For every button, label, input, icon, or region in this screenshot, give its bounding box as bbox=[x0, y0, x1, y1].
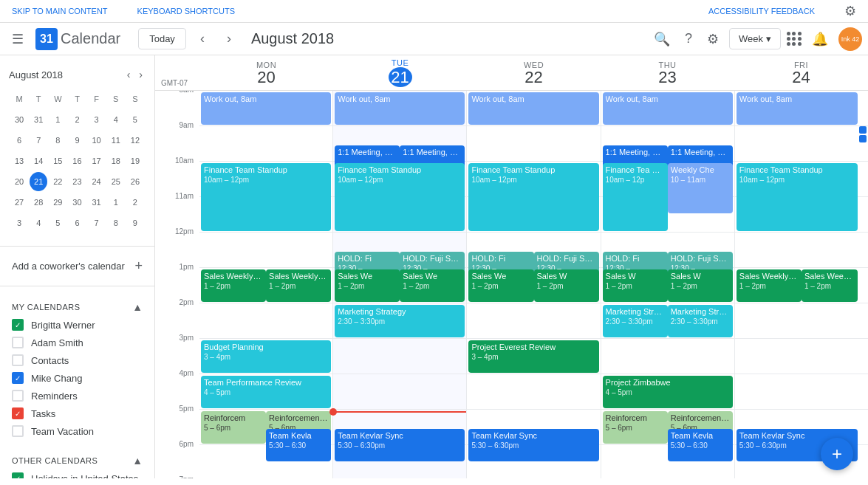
mini-cal-day[interactable]: 2 bbox=[126, 193, 144, 212]
mini-cal-day[interactable]: 8 bbox=[49, 131, 66, 150]
event-kevlar-wed[interactable]: Team Kevlar Sync 5:30 – 6:30pm bbox=[468, 429, 598, 461]
apps-menu[interactable] bbox=[787, 32, 802, 47]
calendar-checkbox-adam[interactable] bbox=[12, 337, 24, 348]
collapse-other-cals-icon[interactable]: ▲ bbox=[132, 455, 143, 467]
day-col-tue[interactable]: Work out, 8am 1:1 Meeting, 9:30a 1:1 Mee… bbox=[332, 91, 466, 478]
day-header-wed[interactable]: WED 22 bbox=[467, 55, 601, 90]
mini-cal-day[interactable]: 13 bbox=[10, 151, 28, 171]
event-kevlar-thu[interactable]: Team Kevla 5:30 – 6:30 bbox=[668, 429, 733, 461]
event-sales-thu-1[interactable]: Sales W 1 – 2pm bbox=[603, 269, 668, 302]
user-avatar[interactable]: Ink 42 bbox=[838, 27, 862, 51]
keyboard-link[interactable]: KEYBOARD SHORTCUTS bbox=[137, 7, 235, 16]
day-header-thu[interactable]: THU 23 bbox=[601, 55, 734, 90]
calendar-item-mike[interactable]: Mike Chang bbox=[0, 369, 154, 387]
calendar-item-brigitta[interactable]: Brigitta Werner bbox=[0, 316, 154, 334]
event-sales-thu-2[interactable]: Sales W 1 – 2pm bbox=[668, 269, 733, 302]
collapse-my-cals-icon[interactable]: ▲ bbox=[132, 301, 143, 313]
mini-cal-day[interactable]: 9 bbox=[68, 131, 86, 150]
mini-cal-day[interactable]: 8 bbox=[107, 213, 125, 233]
event-finance-thu[interactable]: Finance Tea Standup 10am – 12p bbox=[603, 163, 668, 231]
event-workout-fri[interactable]: Work out, 8am bbox=[737, 92, 858, 125]
prev-week-button[interactable]: ‹ bbox=[192, 29, 213, 49]
event-sales-fri-1[interactable]: Sales Weekly Kick 1 – 2pm bbox=[737, 269, 802, 302]
fab-button[interactable]: + bbox=[821, 438, 853, 470]
mini-cal-day[interactable]: 30 bbox=[68, 193, 86, 212]
event-kevlar-tue[interactable]: Team Kevlar Sync 5:30 – 6:30pm bbox=[335, 429, 465, 461]
event-reinforce-thu-1[interactable]: Reinforcem 5 – 6pm bbox=[603, 411, 668, 444]
mini-cal-prev[interactable]: ‹ bbox=[124, 67, 134, 82]
event-kevlar-mon[interactable]: Team Kevla 5:30 – 6:30 bbox=[266, 429, 331, 461]
menu-button[interactable]: ☰ bbox=[6, 25, 30, 53]
mini-cal-day[interactable]: 17 bbox=[88, 151, 106, 171]
event-budget-mon[interactable]: Budget Planning 3 – 4pm bbox=[201, 340, 331, 373]
today-button[interactable]: Today bbox=[138, 28, 186, 49]
event-sales-wed-1[interactable]: Sales We 1 – 2pm bbox=[468, 269, 533, 302]
mini-cal-day[interactable]: 11 bbox=[107, 131, 125, 150]
mini-cal-day[interactable]: 3 bbox=[88, 110, 106, 129]
search-icon[interactable]: 🔍 bbox=[649, 27, 674, 52]
event-marketing-thu-2[interactable]: Marketing Strateg 2:30 – 3:30pm bbox=[668, 305, 733, 337]
day-header-tue[interactable]: TUE 21 bbox=[333, 55, 467, 90]
calendar-checkbox-contacts[interactable] bbox=[12, 354, 24, 366]
mini-cal-day[interactable]: 1 bbox=[49, 110, 66, 129]
event-finance-wed[interactable]: Finance Team Standup 10am – 12pm bbox=[468, 163, 598, 231]
mini-cal-day[interactable]: 31 bbox=[88, 193, 106, 212]
mini-cal-day[interactable]: 28 bbox=[30, 193, 47, 212]
mini-cal-day[interactable]: 14 bbox=[30, 151, 47, 171]
mini-cal-next[interactable]: › bbox=[136, 67, 146, 82]
mini-cal-day[interactable]: 5 bbox=[126, 110, 144, 129]
event-marketing-thu-1[interactable]: Marketing Strateg 2:30 – 3:30pm bbox=[603, 305, 668, 337]
mini-cal-day[interactable]: 4 bbox=[107, 110, 125, 129]
mini-cal-day[interactable]: 30 bbox=[10, 110, 28, 129]
mini-cal-day[interactable]: 19 bbox=[126, 151, 144, 171]
event-workout-tue[interactable]: Work out, 8am bbox=[335, 92, 465, 125]
event-sales-mon-1[interactable]: Sales Weekly Kick 1 – 2pm bbox=[201, 269, 266, 302]
add-coworker-button[interactable]: Add a coworker's calendar + bbox=[0, 252, 154, 280]
event-workout-wed[interactable]: Work out, 8am bbox=[468, 92, 598, 125]
calendar-item-adam[interactable]: Adam Smith bbox=[0, 334, 154, 351]
mini-cal-day[interactable]: 22 bbox=[49, 172, 66, 191]
event-marketing-tue[interactable]: Marketing Strategy 2:30 – 3:30pm bbox=[335, 305, 465, 337]
calendar-checkbox-team-vacation[interactable] bbox=[12, 425, 24, 437]
mini-cal-day[interactable]: 31 bbox=[30, 110, 47, 129]
calendar-checkbox-tasks[interactable] bbox=[12, 407, 24, 419]
event-sales-tue-2[interactable]: Sales We 1 – 2pm bbox=[400, 269, 465, 302]
calendar-item-reminders[interactable]: Reminders bbox=[0, 387, 154, 405]
day-header-mon[interactable]: MON 20 bbox=[199, 55, 333, 90]
calendar-checkbox-reminders[interactable] bbox=[12, 390, 24, 402]
day-header-fri[interactable]: FRI 24 bbox=[734, 55, 868, 90]
event-workout-mon[interactable]: Work out, 8am bbox=[201, 92, 331, 125]
calendar-item-holidays[interactable]: Holidays in United States bbox=[0, 469, 154, 478]
mini-cal-day[interactable]: 16 bbox=[68, 151, 86, 171]
mini-cal-day[interactable]: 23 bbox=[68, 172, 86, 191]
event-project-zim[interactable]: Project Zimbabwe 4 – 5pm bbox=[603, 376, 733, 408]
mini-cal-day[interactable]: 25 bbox=[107, 172, 125, 191]
view-selector[interactable]: Week ▾ bbox=[729, 28, 781, 49]
mini-cal-day[interactable]: 6 bbox=[68, 213, 86, 233]
event-finance-mon[interactable]: Finance Team Standup 10am – 12pm bbox=[201, 163, 331, 231]
event-performance-mon[interactable]: Team Performance Review 4 – 5pm bbox=[201, 376, 331, 408]
mini-cal-day[interactable]: 29 bbox=[49, 193, 66, 212]
calendar-item-contacts[interactable]: Contacts bbox=[0, 351, 154, 369]
mini-cal-today[interactable]: 21 bbox=[30, 172, 47, 191]
mini-cal-day[interactable]: 10 bbox=[88, 131, 106, 150]
accessibility-link[interactable]: ACCESSIBILITY FEEDBACK bbox=[708, 7, 815, 16]
mini-cal-day[interactable]: 18 bbox=[107, 151, 125, 171]
event-finance-tue[interactable]: Finance Team Standup 10am – 12pm bbox=[335, 163, 465, 231]
calendar-checkbox-brigitta[interactable] bbox=[12, 319, 24, 331]
event-sales-wed-2[interactable]: Sales W 1 – 2pm bbox=[534, 269, 599, 302]
event-workout-thu[interactable]: Work out, 8am bbox=[603, 92, 733, 125]
calendar-checkbox-holidays[interactable] bbox=[12, 472, 24, 478]
mini-cal-day[interactable]: 7 bbox=[30, 131, 47, 150]
notifications-icon[interactable]: 🔔 bbox=[807, 27, 833, 52]
settings-icon[interactable]: ⚙ bbox=[844, 3, 856, 19]
day-col-mon[interactable]: Work out, 8am Finance Team Standup 10am … bbox=[199, 91, 332, 478]
mini-cal-day[interactable]: 9 bbox=[126, 213, 144, 233]
mini-cal-day[interactable]: 15 bbox=[49, 151, 66, 171]
calendar-checkbox-mike[interactable] bbox=[12, 372, 24, 384]
event-sales-fri-2[interactable]: Sales Weekly Kick 1 – 2pm bbox=[802, 269, 858, 302]
mini-cal-day[interactable]: 1 bbox=[107, 193, 125, 212]
mini-cal-day[interactable]: 12 bbox=[126, 131, 144, 150]
event-reinforce-mon-1[interactable]: Reinforcem 5 – 6pm bbox=[201, 411, 266, 444]
event-sales-mon-2[interactable]: Sales Weekly Kick 1 – 2pm bbox=[266, 269, 331, 302]
